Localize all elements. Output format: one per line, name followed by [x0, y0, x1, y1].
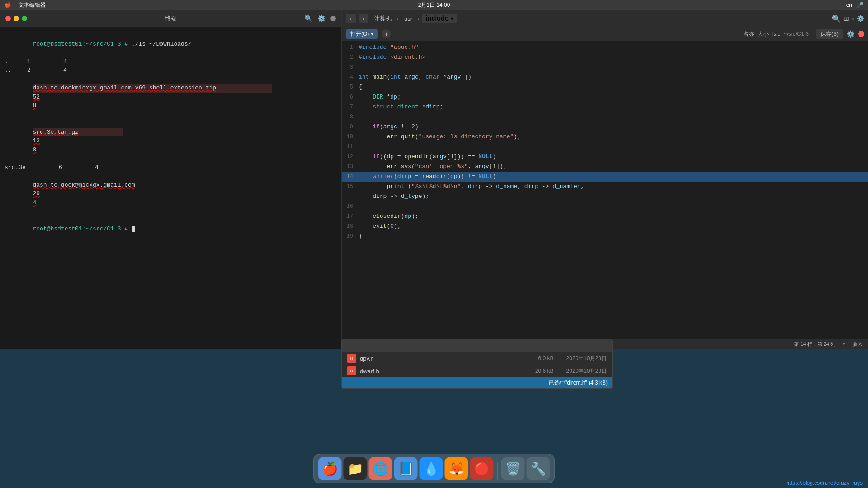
close-traffic-light[interactable] — [5, 16, 11, 21]
editor-search-icon[interactable]: 🔍 — [832, 14, 841, 23]
open-button-label: 打开(O) — [350, 30, 369, 38]
file-name-dpv: dpv.h — [360, 355, 374, 362]
cursor-position-label: 第 14 行，第 24 列 — [794, 341, 835, 347]
file-date-dwarf: 2020年10月23日 — [566, 367, 607, 375]
main-container: 终端 🔍 ⚙️ root@bsdtest01:~/src/C1-3 # ./ls… — [0, 10, 868, 488]
col-header-size: 大小 — [758, 30, 769, 38]
selected-info-label: 已选中"dirent.h" (4.3 kB) — [549, 379, 608, 387]
mic-icon[interactable]: 🎤 — [857, 2, 863, 8]
dock-icon-firefox[interactable]: 🦊 — [445, 457, 468, 480]
file-item-dpv[interactable]: H dpv.h 6.0 kB 2020年10月23日 — [342, 352, 612, 365]
code-line-18: 18 exit(0); — [342, 221, 868, 231]
breadcrumb-usr[interactable]: usr — [401, 14, 415, 23]
add-tab-button[interactable]: + — [382, 29, 391, 38]
terminal-pane: 终端 🔍 ⚙️ root@bsdtest01:~/src/C1-3 # ./ls… — [0, 10, 341, 349]
top-bar-right: en 🎤 — [846, 2, 863, 8]
code-line-6: 6 DIR *dp; — [342, 92, 868, 102]
datetime: 2月1日 14:00 — [418, 1, 450, 9]
terminal-search-icon[interactable]: 🔍 — [304, 14, 313, 23]
file-date-dpv: 2020年10月23日 — [566, 355, 607, 362]
dock-icon-activity[interactable]: 🔴 — [470, 457, 494, 480]
code-line-7: 7 struct dirent *dirp; — [342, 102, 868, 112]
file-picker[interactable]: — H dpv.h 6.0 kB 2020年10月23日 H dwarf.h 2… — [341, 339, 613, 389]
terminal-settings-icon[interactable]: ⚙️ — [317, 14, 326, 23]
apple-icon[interactable]: 🍎 — [5, 2, 11, 8]
forward-button[interactable]: › — [359, 14, 368, 23]
terminal-icons: 🔍 ⚙️ — [304, 14, 336, 23]
code-line-14: 14 while((dirp = readdir(dp)) != NULL) — [342, 172, 868, 182]
file-name-label: ls.c — [772, 31, 780, 37]
language-indicator[interactable]: en — [846, 2, 852, 8]
subtoolbar-right: 名称 大小 ls.c ~/src/C1-3 保存(S) ⚙️ — [743, 29, 864, 39]
terminal-titlebar: 终端 🔍 ⚙️ — [0, 10, 341, 27]
traffic-lights — [5, 16, 27, 21]
editor-titlebar: ‹ › 计算机 › usr › include ▾ 🔍 ⊞ › ⚙️ — [342, 10, 868, 27]
code-line-12: 12 if((dp = opendir(argv[1])) == NULL) — [342, 152, 868, 162]
dock-icon-launchpad[interactable]: 🌐 — [369, 457, 392, 480]
subtoolbar: 打开(O) ▾ + 名称 大小 ls.c ~/src/C1-3 保存(S) ⚙️ — [342, 27, 868, 41]
save-button[interactable]: 保存(S) — [816, 29, 843, 39]
file-picker-header: — — [342, 339, 612, 352]
open-button[interactable]: 打开(O) ▾ — [346, 29, 378, 39]
terminal-title: 终端 — [165, 14, 177, 23]
term-line-1: .14 — [5, 57, 337, 66]
back-button[interactable]: ‹ — [346, 14, 356, 23]
code-line-17: 17 closedir(dp); — [342, 211, 868, 221]
file-name-dwarf: dwarf.h — [360, 368, 379, 375]
breadcrumb-include[interactable]: include ▾ — [422, 14, 457, 23]
dock-icon-store[interactable]: 💧 — [420, 457, 443, 480]
code-line-19: 19 } — [342, 231, 868, 241]
open-dropdown-icon: ▾ — [371, 31, 373, 37]
code-line-15b: 15 dirp -> d_type); — [342, 192, 868, 202]
bottom-url: https://blog.csdn.net/crazy_rays — [786, 480, 863, 486]
code-line-2: 2 #include <dirent.h> — [342, 52, 868, 62]
dock-icon-finder[interactable]: 🍎 — [318, 457, 342, 480]
breadcrumb-computer[interactable]: 计算机 — [371, 14, 394, 23]
editor-close-button[interactable] — [858, 31, 864, 37]
settings-gear-icon[interactable]: ⚙️ — [847, 30, 854, 38]
dock-icon-tools[interactable]: 🔧 — [527, 457, 550, 480]
code-line-5: 5 { — [342, 82, 868, 92]
dock-icon-terminal[interactable]: 📁 — [344, 457, 367, 480]
file-icon-dpv: H — [347, 354, 356, 363]
file-item-dwarf[interactable]: H dwarf.h 20.6 kB 2020年10月23日 — [342, 365, 612, 377]
code-line-13: 13 err_sys("can't open %s", argv[1]); — [342, 162, 868, 172]
file-path-label: ~/src/C1-3 — [783, 31, 809, 37]
terminal-body[interactable]: root@bsdtest01:~/src/C1-3 # ./ls ~/Downl… — [0, 27, 341, 349]
code-line-8: 8 — [342, 112, 868, 122]
collapse-icon[interactable]: — — [346, 343, 352, 349]
top-bar: 🍎 文本编辑器 2月1日 14:00 en 🎤 — [0, 0, 868, 10]
term-prompt: root@bsdtest01:~/src/C1-3 # — [33, 41, 131, 47]
code-line-3: 3 — [342, 62, 868, 72]
term-command: ./ls ~/Downloads/ — [132, 41, 192, 47]
term-line-4: src.3e.tar.gz 13 8 — [5, 119, 337, 163]
term-line-3: dash-to-dockmicxgx.gmail.com.v69.shell-e… — [5, 75, 337, 119]
dock-divider — [497, 462, 498, 480]
editor-grid-icon[interactable]: ⊞ — [844, 15, 849, 22]
editor-toolbar-right: 🔍 ⊞ › ⚙️ — [832, 14, 864, 23]
terminal-close-icon[interactable] — [330, 16, 336, 21]
breadcrumb-include-label: include — [426, 14, 449, 23]
selected-info: 已选中"dirent.h" (4.3 kB) — [342, 377, 612, 388]
app-name: 文本编辑器 — [19, 1, 46, 9]
dock-icon-system[interactable]: 📘 — [394, 457, 418, 480]
dock-icon-trash[interactable]: 🗑️ — [501, 457, 525, 480]
editor-more-icon[interactable]: › — [852, 15, 854, 22]
term-line-5: src.3e64 — [5, 163, 337, 172]
term-final-prompt: root@bsdtest01:~/src/C1-3 # — [5, 216, 337, 243]
top-bar-left: 🍎 文本编辑器 — [5, 1, 46, 9]
file-size-dpv: 6.0 kB — [538, 355, 554, 361]
code-line-15: 15 printf("%s\t%d\t%d\n", dirp -> d_name… — [342, 182, 868, 192]
code-line-4: 4 int main(int argc, char *argv[]) — [342, 72, 868, 82]
col-header-name: 名称 — [743, 30, 754, 38]
code-line-16: 16 — [342, 202, 868, 211]
file-display: ls.c ~/src/C1-3 — [772, 31, 809, 37]
code-line-9: 9 if(argc != 2) — [342, 122, 868, 132]
editor-settings-icon[interactable]: ⚙️ — [857, 15, 864, 22]
maximize-traffic-light[interactable] — [22, 16, 27, 21]
code-line-1: 1 #include "apue.h" — [342, 42, 868, 52]
minimize-traffic-light[interactable] — [14, 16, 19, 21]
code-editor[interactable]: 1 #include "apue.h" 2 #include <dirent.h… — [342, 41, 868, 339]
code-line-10: 10 err_quit("useage: ls directory_name")… — [342, 132, 868, 142]
editor-pane: ‹ › 计算机 › usr › include ▾ 🔍 ⊞ › ⚙️ 打开(O)… — [342, 10, 868, 349]
